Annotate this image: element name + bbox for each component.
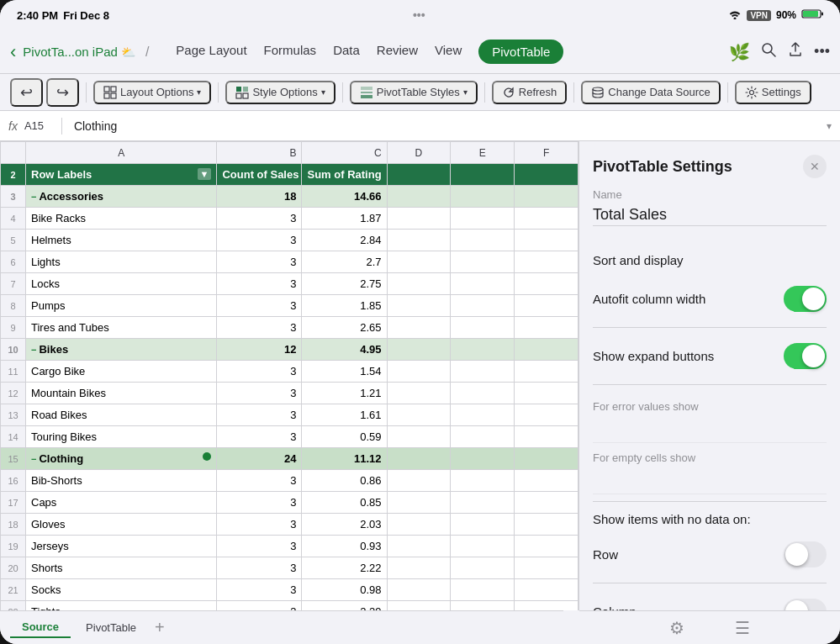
vpn-badge: VPN	[747, 10, 771, 21]
table-row[interactable]: 13 Road Bikes 3 1.61	[1, 404, 578, 426]
col-a-header[interactable]: A	[26, 142, 217, 164]
toolbar: ↩ ↪ Layout Options ▾ Style Options ▾ Piv…	[0, 74, 840, 111]
table-row[interactable]: 4 Bike Racks 3 1.87	[1, 208, 578, 230]
table-row[interactable]: 11 Cargo Bike 3 1.54	[1, 361, 578, 383]
gear-bottom-icon[interactable]: ⚙	[669, 618, 684, 638]
table-row[interactable]: 6 Lights 3 2.7	[1, 251, 578, 273]
leaf-icon[interactable]: 🌿	[729, 42, 750, 62]
battery-display: 90%	[776, 9, 796, 21]
error-values-input[interactable]	[593, 416, 827, 434]
sheet-tab-pivottable[interactable]: PivotTable	[74, 618, 148, 637]
table-row[interactable]: 14 Touring Bikes 3 0.59	[1, 426, 578, 448]
cell-17-d	[387, 492, 451, 514]
panel-close-button[interactable]: ✕	[803, 155, 827, 178]
search-icon[interactable]	[760, 41, 777, 62]
tab-review[interactable]: Review	[377, 40, 418, 64]
data-source-icon	[591, 86, 605, 99]
table-row[interactable]: 10 −Bikes 12 4.95	[1, 339, 578, 361]
cell-4-f	[515, 208, 578, 230]
cell-19-a: Jerseys	[26, 536, 217, 557]
table-row[interactable]: 7 Locks 3 2.75	[1, 273, 578, 295]
change-data-source-button[interactable]: Change Data Source	[581, 81, 720, 104]
col-c-header[interactable]: C	[302, 142, 387, 164]
col-e-header[interactable]: E	[451, 142, 515, 164]
cell-17-e	[451, 492, 515, 514]
tab-pivottable[interactable]: PivotTable	[478, 40, 563, 64]
spreadsheet[interactable]: A B C D E F 2 Row Labels ▼	[0, 141, 579, 610]
table-row[interactable]: 17 Caps 3 0.85	[1, 492, 578, 514]
style-options-button[interactable]: Style Options ▾	[225, 81, 335, 104]
table-row[interactable]: 9 Tires and Tubes 3 2.65	[1, 317, 578, 339]
layout-options-label: Layout Options	[120, 86, 193, 98]
cell-6-a: Lights	[26, 251, 217, 273]
cell-15-f	[515, 448, 578, 470]
list-bottom-icon[interactable]: ☰	[735, 618, 750, 638]
tab-data[interactable]: Data	[333, 40, 360, 64]
table-row[interactable]: 18 Gloves 3 2.03	[1, 514, 578, 536]
row-toggle[interactable]	[784, 541, 827, 567]
row-num-17: 17	[1, 492, 26, 514]
cell-22-c: 2.29	[302, 601, 387, 611]
cell-12-e	[451, 383, 515, 404]
table-row[interactable]: 20 Shorts 3 2.22	[1, 557, 578, 579]
redo-button[interactable]: ↪	[46, 78, 79, 107]
more-icon[interactable]: •••	[814, 43, 830, 61]
svg-rect-6	[111, 87, 116, 92]
layout-options-button[interactable]: Layout Options ▾	[93, 81, 211, 104]
tab-page-layout[interactable]: Page Layout	[176, 40, 246, 64]
tab-formulas[interactable]: Formulas	[264, 40, 317, 64]
table-row[interactable]: 8 Pumps 3 1.85	[1, 295, 578, 317]
pivot-icon	[360, 86, 373, 99]
pivot-styles-button[interactable]: PivotTable Styles ▾	[350, 81, 478, 104]
cell-7-c: 2.75	[302, 273, 387, 295]
settings-button[interactable]: Settings	[735, 81, 811, 104]
table-row[interactable]: 19 Jerseys 3 0.93	[1, 536, 578, 557]
formula-chevron: ▾	[827, 120, 832, 132]
tab-view[interactable]: View	[435, 40, 462, 64]
row-num-11: 11	[1, 361, 26, 383]
cell-21-f	[515, 579, 578, 601]
svg-rect-2	[803, 11, 818, 17]
formula-input[interactable]	[74, 119, 820, 133]
table-row[interactable]: 16 Bib-Shorts 3 0.86	[1, 470, 578, 492]
svg-line-4	[771, 52, 775, 56]
empty-cells-input[interactable]	[593, 467, 827, 485]
col-b-header[interactable]: B	[217, 142, 302, 164]
col-f-header[interactable]: F	[515, 142, 578, 164]
row-num-22: 22	[1, 601, 26, 611]
expand-buttons-row: Show expand buttons	[593, 335, 827, 377]
cell-14-a: Touring Bikes	[26, 426, 217, 448]
table-row[interactable]: 12 Mountain Bikes 3 1.21	[1, 383, 578, 404]
name-input[interactable]	[593, 204, 827, 226]
cell-4-c: 1.87	[302, 208, 387, 230]
undo-button[interactable]: ↩	[10, 78, 43, 107]
back-button[interactable]: ‹	[10, 41, 16, 63]
expand-buttons-toggle[interactable]	[784, 343, 827, 369]
row-num-15: 15	[1, 448, 26, 470]
cell-7-d	[387, 273, 451, 295]
refresh-button[interactable]: Refresh	[492, 81, 568, 104]
wifi-icon	[728, 9, 742, 22]
table-row-selected[interactable]: 15 −Clothing 24 11.12	[1, 448, 578, 470]
table-row[interactable]: 3 −Accessories 18 14.66	[1, 186, 578, 208]
add-sheet-button[interactable]: +	[155, 618, 165, 637]
table-row[interactable]: 22 Tights 3 2.29	[1, 601, 578, 611]
cell-reference: A15	[24, 119, 50, 132]
fx-label: fx	[8, 119, 18, 133]
row-num-19: 19	[1, 536, 26, 557]
status-right: VPN 90%	[728, 8, 823, 22]
table-row[interactable]: 5 Helmets 3 2.84	[1, 230, 578, 251]
pivot-chevron: ▾	[463, 87, 468, 97]
cell-17-c: 0.85	[302, 492, 387, 514]
cell-4-d	[387, 208, 451, 230]
cell-8-a: Pumps	[26, 295, 217, 317]
sheet-tab-source[interactable]: Source	[10, 617, 71, 638]
col-d-header[interactable]: D	[387, 142, 451, 164]
column-toggle[interactable]	[784, 599, 827, 610]
share-icon[interactable]	[787, 41, 804, 62]
cell-18-f	[515, 514, 578, 536]
table-row[interactable]: 21 Socks 3 0.98	[1, 579, 578, 601]
svg-rect-8	[111, 93, 116, 98]
cell-14-d	[387, 426, 451, 448]
autofit-toggle[interactable]	[784, 286, 827, 312]
